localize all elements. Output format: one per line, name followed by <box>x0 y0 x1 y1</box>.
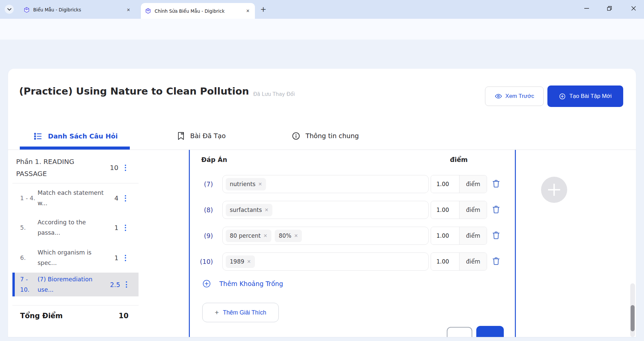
answer-chips-input[interactable]: 80 percent✕ 80%✕ <box>222 227 429 245</box>
points-input[interactable] <box>431 227 459 244</box>
points-input-group: điểm <box>431 227 487 245</box>
kebab-menu-icon[interactable] <box>122 255 128 261</box>
scrollbar-thumb[interactable] <box>631 305 635 331</box>
points-column-header: điểm <box>431 156 487 163</box>
kebab-menu-icon[interactable] <box>122 195 128 202</box>
chip-remove-icon[interactable]: ✕ <box>265 207 269 213</box>
question-text: Match each statement w... <box>38 188 110 209</box>
points-unit-label: điểm <box>459 201 487 219</box>
answer-chips-input[interactable]: nutrients✕ <box>222 175 429 193</box>
delete-row-button[interactable] <box>492 231 501 241</box>
eye-icon <box>495 93 502 100</box>
browser-window: Biểu Mẫu - Digibricks ✕ Chỉnh Sửa Biểu M… <box>0 0 644 341</box>
trash-icon <box>492 257 500 266</box>
question-text: According to the passa... <box>38 217 110 238</box>
close-icon <box>631 6 636 11</box>
add-question-floating-button[interactable] <box>541 177 567 203</box>
preview-button-label: Xem Trước <box>505 93 534 100</box>
tab-search-button[interactable] <box>5 5 14 14</box>
trash-icon <box>492 205 500 214</box>
digibricks-favicon-icon <box>145 8 151 14</box>
plus-icon: + <box>215 308 219 317</box>
selected-item-indicator <box>12 273 15 296</box>
tab-title: Chỉnh Sửa Biểu Mẫu - Digibrick <box>155 8 242 14</box>
window-restore-button[interactable] <box>602 0 617 17</box>
points-input-group: điểm <box>431 201 487 219</box>
chip-remove-icon[interactable]: ✕ <box>258 181 262 187</box>
answer-chips-input[interactable]: surfactants✕ <box>222 201 429 219</box>
answer-chip: nutrients✕ <box>226 178 266 190</box>
points-input[interactable] <box>431 201 459 219</box>
blank-number: (7) <box>190 180 217 188</box>
points-input[interactable] <box>431 175 459 193</box>
question-points: 2.5 <box>110 281 120 288</box>
points-input-group: điểm <box>431 252 487 271</box>
add-explanation-label: Thêm Giải Thích <box>223 309 266 316</box>
answer-row-9: (9) 80 percent✕ 80%✕ điểm <box>190 227 515 245</box>
chip-remove-icon[interactable]: ✕ <box>263 233 267 238</box>
points-unit-label: điểm <box>459 253 487 270</box>
delete-row-button[interactable] <box>492 257 501 267</box>
window-minimize-button[interactable] <box>579 0 594 17</box>
question-text: Which organism is spec... <box>38 247 110 268</box>
saved-status: Đã Lưu Thay Đổi <box>253 91 295 97</box>
digibricks-favicon-icon <box>23 7 30 13</box>
blank-number: (9) <box>190 232 217 239</box>
sidebar-item-q5[interactable]: 5. According to the passa... 1 <box>12 215 139 241</box>
bottom-primary-button[interactable] <box>476 326 504 337</box>
question-card-right-border <box>515 150 516 337</box>
new-tab-button[interactable]: + <box>259 5 268 14</box>
window-close-button[interactable] <box>626 0 641 17</box>
kebab-menu-icon[interactable] <box>122 165 128 171</box>
tab-general-info[interactable]: Thông tin chung <box>292 132 359 140</box>
sidebar-item-q6[interactable]: 6. Which organism is spec... 1 <box>12 245 139 271</box>
sidebar-section-reading-passage[interactable]: Phần 1. READING PASSAGE 10 <box>12 153 139 183</box>
sidebar-divider <box>12 305 139 305</box>
tab-question-list[interactable]: Danh Sách Câu Hỏi <box>34 132 118 141</box>
kebab-menu-icon[interactable] <box>122 225 128 231</box>
browser-tab-active[interactable]: Chỉnh Sửa Biểu Mẫu - Digibrick ✕ <box>141 3 255 19</box>
points-input-group: điểm <box>431 175 487 193</box>
tab-created-exercises[interactable]: Bài Đã Tạo <box>177 132 226 140</box>
question-points: 1 <box>114 254 118 262</box>
chip-remove-icon[interactable]: ✕ <box>247 259 251 264</box>
sidebar-item-q7-10-selected[interactable]: 7 - 10. (7) Bioremediation use... 2.5 <box>12 273 139 296</box>
tab-label: Danh Sách Câu Hỏi <box>48 132 118 140</box>
active-tab-underline <box>20 147 130 150</box>
points-input[interactable] <box>431 253 459 270</box>
question-range: 7 - 10. <box>20 274 36 295</box>
answers-column-header: Đáp Án <box>201 156 227 163</box>
answer-row-7: (7) nutrients✕ điểm <box>190 175 515 193</box>
restore-icon <box>607 6 612 11</box>
add-blank-label: Thêm Khoảng Trống <box>219 280 283 287</box>
points-unit-label: điểm <box>459 227 487 244</box>
blank-number: (8) <box>190 206 217 214</box>
question-range: 5. <box>20 223 36 233</box>
preview-button[interactable]: Xem Trước <box>485 87 544 106</box>
delete-row-button[interactable] <box>492 205 501 215</box>
add-blank-link[interactable]: Thêm Khoảng Trống <box>202 279 283 288</box>
points-unit-label: điểm <box>459 175 487 193</box>
tab-label: Thông tin chung <box>306 132 359 140</box>
answer-chip: surfactants✕ <box>226 204 272 216</box>
trash-icon <box>492 179 500 188</box>
sidebar-item-q1-4[interactable]: 1 - 4. Match each statement w... 4 <box>12 185 139 211</box>
kebab-menu-icon[interactable] <box>124 281 128 288</box>
delete-row-button[interactable] <box>492 179 501 189</box>
tab-close-icon[interactable]: ✕ <box>245 8 251 14</box>
bookmark-icon <box>177 132 185 140</box>
add-explanation-button[interactable]: + Thêm Giải Thích <box>202 303 279 322</box>
create-exercise-button[interactable]: Tạo Bài Tập Mới <box>547 86 623 107</box>
chip-remove-icon[interactable]: ✕ <box>294 233 298 238</box>
answer-chips-input[interactable]: 1989✕ <box>222 252 429 271</box>
sidebar-divider <box>12 183 139 183</box>
tabs-bottom-border <box>8 150 636 150</box>
create-button-label: Tạo Bài Tập Mới <box>569 93 611 100</box>
question-range: 1 - 4. <box>20 193 36 204</box>
bottom-secondary-button[interactable] <box>447 327 472 337</box>
browser-tab-inactive[interactable]: Biểu Mẫu - Digibricks ✕ <box>19 3 136 16</box>
circle-plus-icon <box>202 279 211 288</box>
tab-close-icon[interactable]: ✕ <box>125 7 131 13</box>
minimize-icon <box>584 8 589 9</box>
chevron-down-icon <box>7 8 11 11</box>
